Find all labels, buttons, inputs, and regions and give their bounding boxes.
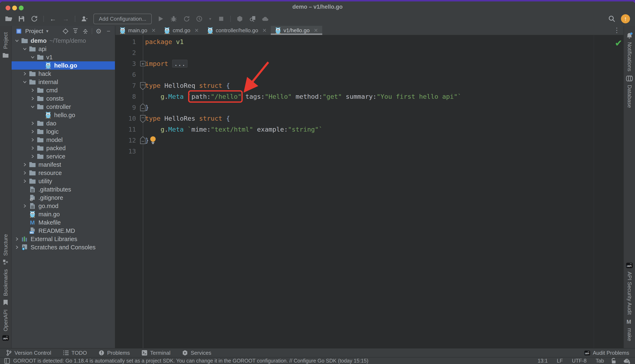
chevron-right-icon[interactable] — [29, 96, 36, 101]
tool-stripe-item-notifications[interactable]: Notifications — [626, 32, 633, 72]
tool-stripe-item-openapi[interactable]: OpenAPI/API — [2, 310, 9, 341]
profiler-caret-icon[interactable]: ▾ — [208, 15, 212, 22]
tree-row-makefile[interactable]: MMakefile — [12, 218, 115, 226]
add-configuration-button[interactable]: Add Configuration... — [94, 14, 152, 24]
package-icon[interactable] — [236, 15, 244, 22]
update-available-button[interactable]: ↑ — [621, 14, 630, 23]
tool-window-button-terminal[interactable]: Terminal — [141, 350, 170, 356]
tree-row--gitignore[interactable]: .gitignore — [12, 194, 115, 202]
tree-row-service[interactable]: service — [12, 152, 115, 160]
chevron-right-icon[interactable] — [21, 162, 29, 167]
chevron-down-icon[interactable] — [21, 46, 29, 52]
code-line-11[interactable]: 11 g.Meta `mime:"text/html" example:"str… — [115, 124, 623, 135]
user-profile-icon[interactable] — [81, 15, 88, 22]
hide-panel-icon[interactable]: − — [105, 28, 112, 35]
expand-all-icon[interactable] — [72, 28, 79, 35]
status-line-ending[interactable]: LF — [557, 358, 563, 364]
tool-stripe-item-database[interactable]: Database — [626, 75, 633, 108]
tree-row-v1[interactable]: v1 — [12, 53, 115, 61]
cloud-icon[interactable] — [262, 15, 269, 22]
tree-row-packed[interactable]: packed — [12, 144, 115, 152]
editor-tab-v1-hello-go[interactable]: v1/hello.go✕ — [271, 26, 322, 35]
tool-stripe-item-structure[interactable]: Structure — [2, 234, 9, 266]
tree-row-cmd[interactable]: cmd — [12, 86, 115, 94]
chevron-down-icon[interactable]: ▾ — [46, 28, 48, 34]
sync-icon[interactable] — [31, 15, 38, 22]
tool-window-button-todo[interactable]: TODO — [63, 350, 87, 356]
inspect-code-icon[interactable] — [249, 15, 256, 22]
open-project-icon[interactable] — [5, 15, 13, 22]
chevron-right-icon[interactable] — [29, 137, 36, 142]
code-editor[interactable]: 1package v123+import ...67type HelloReq … — [115, 35, 623, 348]
tree-row-hack[interactable]: hack — [12, 70, 115, 78]
status-message[interactable]: GOROOT is detected: Go 1.18.4 is automat… — [13, 358, 368, 364]
tree-row-internal[interactable]: internal — [12, 78, 115, 86]
tree-row-scratches-and-consoles[interactable]: Scratches and Consoles — [12, 243, 115, 252]
close-tab-icon[interactable]: ✕ — [262, 28, 267, 34]
project-title[interactable]: Project — [25, 28, 43, 34]
save-icon[interactable] — [18, 15, 25, 22]
tool-stripe-item-project[interactable]: Project — [2, 32, 9, 59]
kebab-menu-icon[interactable]: ⋮ — [613, 26, 620, 34]
status-file-encoding[interactable]: UTF-8 — [572, 358, 587, 364]
locate-file-icon[interactable] — [62, 28, 69, 35]
chevron-right-icon[interactable] — [13, 236, 21, 242]
code-line-1[interactable]: 1package v1 — [115, 36, 623, 47]
status-indent-style[interactable]: Tab — [596, 358, 604, 364]
chevron-down-icon[interactable] — [29, 54, 36, 60]
tree-row-go-mod[interactable]: go.mod — [12, 202, 115, 210]
lock-icon[interactable] — [611, 358, 616, 364]
code-line-3[interactable]: 3+import ... — [115, 58, 623, 69]
stop-icon[interactable] — [217, 15, 225, 22]
chevron-right-icon[interactable] — [29, 129, 36, 134]
layout-widget-icon[interactable] — [4, 358, 10, 364]
tree-row-model[interactable]: model — [12, 136, 115, 144]
editor-tab-controller-hello-go[interactable]: controller/hello.go✕ — [203, 26, 271, 35]
audit-problems-button[interactable]: /APIAudit Problems — [584, 350, 629, 356]
tree-row-dao[interactable]: dao — [12, 119, 115, 128]
tool-stripe-item-bookmarks[interactable]: Bookmarks — [2, 269, 9, 306]
tree-row-manifest[interactable]: manifest — [12, 160, 115, 169]
tree-row-main-go[interactable]: main.go — [12, 210, 115, 218]
chevron-right-icon[interactable] — [21, 170, 29, 176]
chevron-right-icon[interactable] — [21, 178, 29, 184]
chevron-down-icon[interactable] — [29, 104, 36, 110]
cloud-settings-icon[interactable]: ? — [623, 358, 631, 364]
forward-icon[interactable]: → — [62, 15, 70, 22]
code-line-12[interactable]: 12} — [115, 135, 623, 146]
inspections-ok-icon[interactable]: ✔ — [615, 38, 622, 48]
chevron-right-icon[interactable] — [21, 71, 29, 76]
tree-row-utility[interactable]: utility — [12, 177, 115, 185]
tree-row-hello-go[interactable]: hello.go — [12, 61, 115, 70]
tree-row-readme-md[interactable]: MDREADME.MD — [12, 226, 115, 235]
back-icon[interactable]: ← — [49, 15, 57, 22]
tree-row-hello-go[interactable]: hello.go — [12, 111, 115, 119]
close-tab-icon[interactable]: ✕ — [314, 28, 318, 34]
run-icon[interactable] — [157, 15, 165, 22]
project-tool-icon[interactable] — [15, 28, 22, 35]
tool-stripe-item-make[interactable]: Mmake — [626, 318, 633, 341]
tree-row-resource[interactable]: resource — [12, 169, 115, 177]
collapse-all-icon[interactable] — [82, 28, 89, 35]
chevron-down-icon[interactable] — [21, 79, 29, 85]
editor-tab-cmd-go[interactable]: cmd.go✕ — [160, 26, 203, 35]
close-tab-icon[interactable]: ✕ — [195, 28, 199, 34]
tree-row-logic[interactable]: logic — [12, 128, 115, 136]
tool-stripe-item-api-security-audit[interactable]: /APIAPI Security Audit — [626, 262, 633, 315]
tool-window-button-version-control[interactable]: Version Control — [6, 350, 51, 356]
chevron-right-icon[interactable] — [13, 244, 21, 250]
chevron-right-icon[interactable] — [29, 146, 36, 151]
tool-window-button-services[interactable]: Services — [182, 350, 211, 356]
profiler-icon[interactable] — [196, 15, 203, 22]
editor-tab-main-go[interactable]: main.go✕ — [115, 26, 160, 35]
tree-row-controller[interactable]: controller — [12, 103, 115, 111]
debug-icon[interactable] — [170, 15, 177, 22]
chevron-right-icon[interactable] — [29, 121, 36, 126]
chevron-right-icon[interactable] — [29, 154, 36, 159]
code-line-2[interactable]: 2 — [115, 47, 623, 58]
chevron-right-icon[interactable] — [21, 203, 29, 209]
intention-bulb-icon[interactable] — [149, 136, 157, 145]
code-line-10[interactable]: 10type HelloRes struct { — [115, 113, 623, 124]
tree-row-external-libraries[interactable]: External Libraries — [12, 235, 115, 243]
close-tab-icon[interactable]: ✕ — [152, 28, 156, 34]
